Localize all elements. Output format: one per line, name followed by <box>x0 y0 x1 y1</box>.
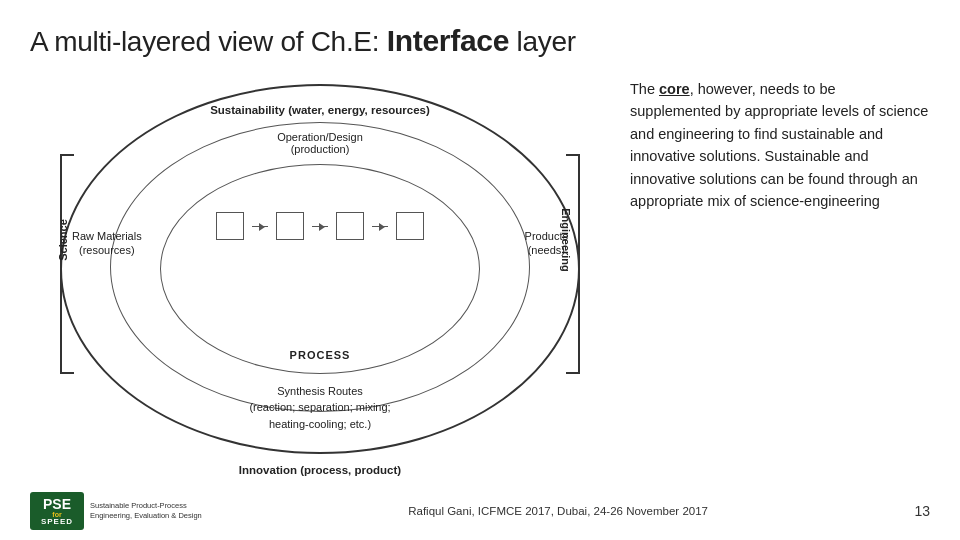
footer-org-text: Sustainable Product-Process Engineering,… <box>90 501 202 522</box>
label-science: Science <box>57 219 69 261</box>
footer: PSE for SPEED Sustainable Product-Proces… <box>0 492 960 530</box>
label-innovation: Innovation (process, product) <box>239 464 401 476</box>
proc-box-3 <box>336 212 364 240</box>
label-sustainability: Sustainability (water, energy, resources… <box>210 104 430 116</box>
science-bracket <box>60 154 74 374</box>
title-prefix: A multi-layered view of Ch.E: <box>30 26 387 57</box>
proc-box-1 <box>216 212 244 240</box>
logo-box: PSE for SPEED <box>30 492 84 530</box>
footer-org-line2: Engineering, Evaluation & Design <box>90 511 202 520</box>
content-area: Sustainability (water, energy, resources… <box>30 74 930 494</box>
boxes-row <box>190 212 450 240</box>
title-highlight: Interface <box>387 24 509 57</box>
logo-pse: PSE <box>43 497 71 511</box>
footer-page-number: 13 <box>914 503 930 519</box>
logo-speed: SPEED <box>41 518 73 526</box>
proc-box-4 <box>396 212 424 240</box>
arrow-3 <box>372 226 388 227</box>
label-process: PROCESS <box>290 349 351 361</box>
text-core-word: core <box>659 81 690 97</box>
label-engineering: Engineering <box>560 208 572 272</box>
arrow-1 <box>252 226 268 227</box>
slide: A multi-layered view of Ch.E: Interface … <box>0 0 960 540</box>
footer-org-line1: Sustainable Product-Process <box>90 501 187 510</box>
process-boxes <box>190 182 450 342</box>
diagram-area: Sustainability (water, energy, resources… <box>30 74 610 494</box>
arrow-2 <box>312 226 328 227</box>
title-suffix: layer <box>509 26 576 57</box>
label-synthesis: Synthesis Routes(reaction; separation; m… <box>249 383 390 433</box>
label-raw-materials: Raw Materials(resources) <box>72 229 142 258</box>
footer-citation: Rafiqul Gani, ICFMCE 2017, Dubai, 24-26 … <box>408 505 708 517</box>
proc-box-2 <box>276 212 304 240</box>
text-panel: The core, however, needs to be supplemen… <box>630 74 930 213</box>
slide-title: A multi-layered view of Ch.E: Interface … <box>30 24 930 58</box>
footer-logo-area: PSE for SPEED Sustainable Product-Proces… <box>30 492 202 530</box>
label-operation: Operation/Design(production) <box>277 131 363 155</box>
